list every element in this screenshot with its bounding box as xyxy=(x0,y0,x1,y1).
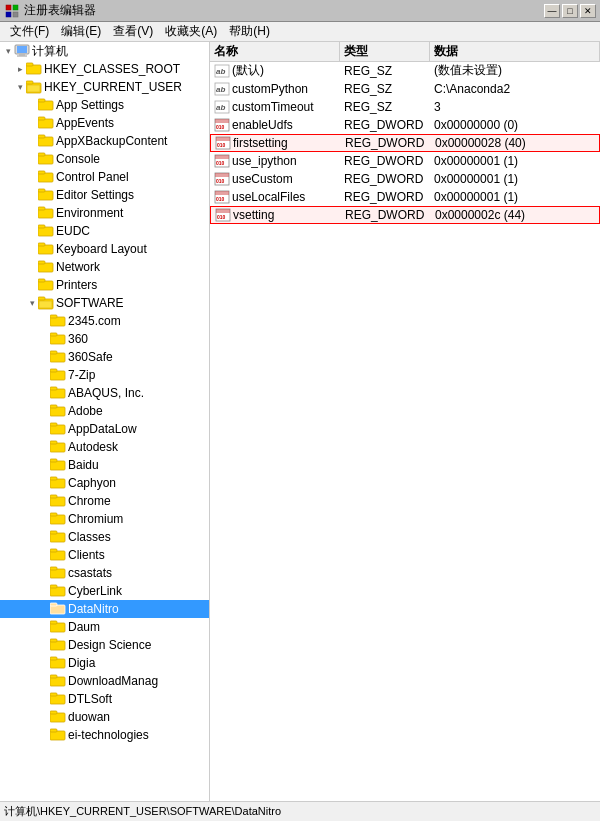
tree-node-sDesignScience[interactable]: Design Science xyxy=(0,636,209,654)
expand-icon[interactable] xyxy=(26,171,38,183)
tree-node-sDTLSoft[interactable]: DTLSoft xyxy=(0,690,209,708)
menu-item[interactable]: 查看(V) xyxy=(107,21,159,42)
expand-icon[interactable] xyxy=(38,333,50,345)
menu-item[interactable]: 帮助(H) xyxy=(223,21,276,42)
node-label: ABAQUS, Inc. xyxy=(68,386,144,400)
expand-icon[interactable]: ▾ xyxy=(2,45,14,57)
tree-node-keyboardLayout[interactable]: Keyboard Layout xyxy=(0,240,209,258)
expand-icon[interactable] xyxy=(26,279,38,291)
expand-icon[interactable] xyxy=(38,369,50,381)
expand-icon[interactable] xyxy=(38,693,50,705)
expand-icon[interactable] xyxy=(38,513,50,525)
tree-node-software[interactable]: ▾ SOFTWARE xyxy=(0,294,209,312)
tree-node-sDuowan[interactable]: duowan xyxy=(0,708,209,726)
menu-item[interactable]: 文件(F) xyxy=(4,21,55,42)
tree-node-appEvents[interactable]: AppEvents xyxy=(0,114,209,132)
expand-icon[interactable] xyxy=(38,387,50,399)
tree-node-environment[interactable]: Environment xyxy=(0,204,209,222)
expand-icon[interactable] xyxy=(26,189,38,201)
svg-rect-36 xyxy=(38,297,45,300)
expand-icon[interactable]: ▸ xyxy=(14,63,26,75)
tree-node-sChrome[interactable]: Chrome xyxy=(0,492,209,510)
expand-icon[interactable] xyxy=(38,405,50,417)
expand-icon[interactable] xyxy=(26,207,38,219)
table-row[interactable]: ab (默认)REG_SZ(数值未设置) xyxy=(210,62,600,80)
table-row[interactable]: 010 enableUdfsREG_DWORD0x00000000 (0) xyxy=(210,116,600,134)
tree-node-hkcr[interactable]: ▸ HKEY_CLASSES_ROOT xyxy=(0,60,209,78)
tree-node-sCyberLink[interactable]: CyberLink xyxy=(0,582,209,600)
tree-node-console[interactable]: Console xyxy=(0,150,209,168)
expand-icon[interactable] xyxy=(38,351,50,363)
tree-node-computer[interactable]: ▾ 计算机 xyxy=(0,42,209,60)
expand-icon[interactable] xyxy=(38,711,50,723)
minimize-button[interactable]: — xyxy=(544,4,560,18)
tree-node-s2345[interactable]: 2345.com xyxy=(0,312,209,330)
expand-icon[interactable] xyxy=(38,459,50,471)
tree-panel[interactable]: ▾ 计算机▸ HKEY_CLASSES_ROOT▾ HKEY_CURRENT_U… xyxy=(0,42,210,801)
expand-icon[interactable] xyxy=(38,621,50,633)
expand-icon[interactable] xyxy=(38,729,50,741)
expand-icon[interactable] xyxy=(38,423,50,435)
tree-node-s7zip[interactable]: 7-Zip xyxy=(0,366,209,384)
tree-node-sDataNitro[interactable]: DataNitro xyxy=(0,600,209,618)
menu-item[interactable]: 收藏夹(A) xyxy=(159,21,223,42)
expand-icon[interactable] xyxy=(38,675,50,687)
tree-node-sBaidu[interactable]: Baidu xyxy=(0,456,209,474)
expand-icon[interactable] xyxy=(38,477,50,489)
expand-icon[interactable] xyxy=(38,639,50,651)
tree-node-sClients[interactable]: Clients xyxy=(0,546,209,564)
tree-node-sCaphyon[interactable]: Caphyon xyxy=(0,474,209,492)
expand-icon[interactable] xyxy=(38,603,50,615)
tree-node-sClasses[interactable]: Classes xyxy=(0,528,209,546)
tree-node-appSettings[interactable]: App Settings xyxy=(0,96,209,114)
expand-icon[interactable] xyxy=(38,585,50,597)
expand-icon[interactable] xyxy=(26,117,38,129)
maximize-button[interactable]: □ xyxy=(562,4,578,18)
expand-icon[interactable] xyxy=(38,567,50,579)
window-controls[interactable]: — □ ✕ xyxy=(544,4,596,18)
expand-icon[interactable] xyxy=(26,261,38,273)
tree-node-network[interactable]: Network xyxy=(0,258,209,276)
table-row[interactable]: ab customPythonREG_SZC:\Anaconda2 xyxy=(210,80,600,98)
expand-icon[interactable] xyxy=(38,657,50,669)
tree-node-appXBackupContent[interactable]: AppXBackupContent xyxy=(0,132,209,150)
table-row[interactable]: 010 firstsettingREG_DWORD0x00000028 (40) xyxy=(210,134,600,152)
menu-item[interactable]: 编辑(E) xyxy=(55,21,107,42)
tree-node-sDigia[interactable]: Digia xyxy=(0,654,209,672)
expand-icon[interactable] xyxy=(26,99,38,111)
tree-node-sAutodesk[interactable]: Autodesk xyxy=(0,438,209,456)
tree-node-eudc[interactable]: EUDC xyxy=(0,222,209,240)
expand-icon[interactable] xyxy=(26,225,38,237)
tree-node-s360Safe[interactable]: 360Safe xyxy=(0,348,209,366)
close-button[interactable]: ✕ xyxy=(580,4,596,18)
tree-node-sCsastats[interactable]: csastats xyxy=(0,564,209,582)
tree-node-s360[interactable]: 360 xyxy=(0,330,209,348)
tree-node-sAppDataLow[interactable]: AppDataLow xyxy=(0,420,209,438)
table-row[interactable]: 010 use_ipythonREG_DWORD0x00000001 (1) xyxy=(210,152,600,170)
tree-node-controlPanel[interactable]: Control Panel xyxy=(0,168,209,186)
expand-icon[interactable] xyxy=(38,495,50,507)
tree-node-sDaum[interactable]: Daum xyxy=(0,618,209,636)
tree-node-sAdobe[interactable]: Adobe xyxy=(0,402,209,420)
expand-icon[interactable] xyxy=(26,153,38,165)
expand-icon[interactable] xyxy=(38,441,50,453)
expand-icon[interactable] xyxy=(38,315,50,327)
expand-icon[interactable]: ▾ xyxy=(26,297,38,309)
tree-node-hkcu[interactable]: ▾ HKEY_CURRENT_USER xyxy=(0,78,209,96)
tree-node-sEiTech[interactable]: ei-technologies xyxy=(0,726,209,744)
table-row[interactable]: 010 useCustomREG_DWORD0x00000001 (1) xyxy=(210,170,600,188)
table-row[interactable]: ab customTimeoutREG_SZ3 xyxy=(210,98,600,116)
tree-node-sDownloadManag[interactable]: DownloadManag xyxy=(0,672,209,690)
expand-icon[interactable] xyxy=(38,549,50,561)
table-row[interactable]: 010 useLocalFilesREG_DWORD0x00000001 (1) xyxy=(210,188,600,206)
tree-node-editorSettings[interactable]: Editor Settings xyxy=(0,186,209,204)
tree-node-printers[interactable]: Printers xyxy=(0,276,209,294)
expand-icon[interactable] xyxy=(38,531,50,543)
table-body: ab (默认)REG_SZ(数值未设置) ab customPythonREG_… xyxy=(210,62,600,801)
tree-node-sChromium[interactable]: Chromium xyxy=(0,510,209,528)
expand-icon[interactable] xyxy=(26,135,38,147)
expand-icon[interactable] xyxy=(26,243,38,255)
tree-node-sAbaqus[interactable]: ABAQUS, Inc. xyxy=(0,384,209,402)
table-row[interactable]: 010 vsettingREG_DWORD0x0000002c (44) xyxy=(210,206,600,224)
expand-icon[interactable]: ▾ xyxy=(14,81,26,93)
